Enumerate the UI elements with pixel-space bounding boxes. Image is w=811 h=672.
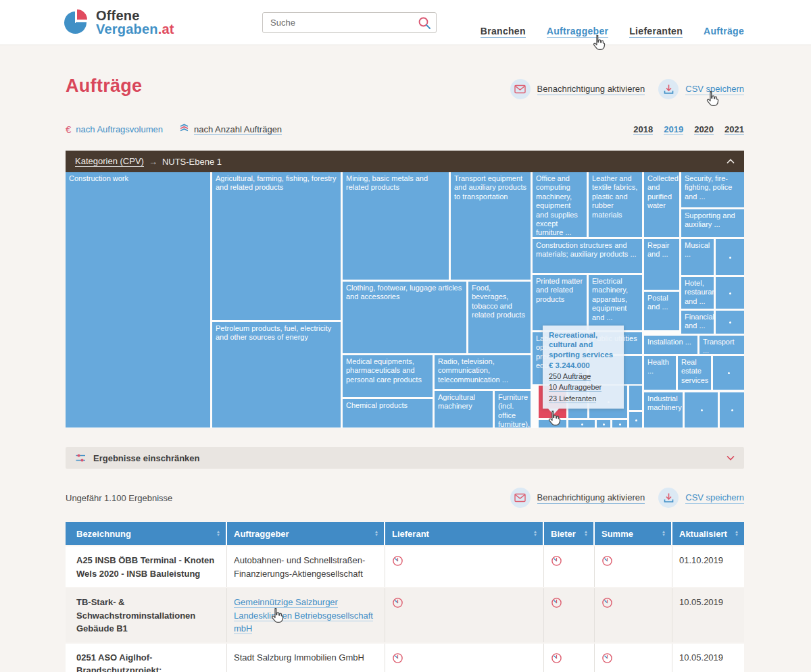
treemap-cell[interactable]: Construction structures and materials; a… [533, 239, 642, 273]
treemap-cell[interactable]: Supporting and auxiliary ... [681, 209, 744, 237]
sort-icon[interactable]: ▲▼ [580, 530, 588, 537]
year-2018[interactable]: 2018 [633, 124, 653, 135]
treemap-cell[interactable] [629, 412, 642, 428]
treemap-cell[interactable]: Transport equipment and auxiliary produc… [451, 172, 531, 280]
envelope-icon [514, 493, 526, 502]
treemap-cell[interactable] [713, 356, 744, 390]
treemap-cell[interactable]: Furniture (incl. office furniture), ... [495, 391, 531, 428]
column-header-aktualisiert[interactable]: Aktualisiert▲▼ [672, 522, 744, 545]
treemap-cell-dot [701, 409, 703, 411]
treemap-panel: Kategorien (CPV) → NUTS-Ebene 1 Industri… [66, 151, 744, 428]
treemap-cell[interactable] [716, 277, 744, 309]
treemap-cell[interactable]: Medical equipments, pharmaceuticals and … [343, 355, 433, 397]
csv-save-button[interactable]: CSV speichern [658, 79, 744, 99]
treemap-cell[interactable] [716, 239, 744, 275]
treemap-cell-label: Chemical products [346, 401, 408, 409]
page-root: Offene Vergaben.at BranchenAuftraggeberL… [0, 0, 811, 672]
treemap-cell[interactable]: Agricultural, farming, fishing, forestry… [212, 172, 341, 320]
column-header-auftraggeber[interactable]: Auftraggeber▲▼ [227, 522, 385, 545]
treemap-cell[interactable] [629, 386, 642, 410]
treemap-cell[interactable] [597, 420, 610, 428]
nav-item-auftraggeber[interactable]: Auftraggeber [547, 26, 609, 38]
treemap-cell[interactable] [568, 420, 595, 428]
treemap-cell-label: Agricultural, farming, fishing, forestry… [216, 174, 337, 191]
treemap-cell[interactable] [685, 392, 718, 428]
page-title: Aufträge [66, 76, 142, 97]
sort-icon[interactable]: ▲▼ [370, 530, 378, 537]
notify-button[interactable]: Benachrichtigung aktivieren [510, 488, 645, 508]
pending-clock-icon [551, 555, 562, 567]
nav-item-lieferanten[interactable]: Lieferanten [629, 26, 683, 38]
treemap-cell[interactable]: Mining, basic metals and related product… [343, 172, 449, 280]
treemap-cell[interactable] [720, 392, 744, 428]
page-actions-bottom: Benachrichtigung aktivierenCSV speichern [510, 488, 744, 508]
treemap-cell[interactable]: Food, beverages, tobacco and related pro… [468, 282, 531, 353]
search-icon[interactable] [417, 16, 432, 30]
sort-icon[interactable]: ▲▼ [731, 530, 739, 537]
auftraggeber-link[interactable]: Gemeinnützige Salzburger Landeskliniken … [234, 597, 373, 634]
treemap-cell-dot [729, 257, 731, 259]
treemap-cell[interactable] [716, 311, 744, 334]
toggle-layers[interactable]: nach Anzahl Aufträgen [179, 124, 282, 135]
treemap-cell[interactable]: Financial and ... [681, 311, 714, 334]
cell-bieter [544, 546, 595, 587]
sort-icon[interactable]: ▲▼ [529, 530, 537, 537]
treemap-cell[interactable]: Hotel, restaurant and ... [681, 277, 714, 309]
cell-bezeichnung[interactable]: 0251 ASO Aiglhof-Brandschutzprojekt; Bau… [66, 644, 227, 672]
tooltip-link[interactable]: 10 Auftraggeber [549, 383, 601, 392]
year-2021[interactable]: 2021 [724, 124, 744, 135]
nav-item-auftrge[interactable]: Aufträge [704, 26, 744, 38]
nav-item-branchen[interactable]: Branchen [481, 26, 526, 38]
treemap-cell[interactable]: Electrical machinery, apparatus, equipme… [589, 275, 642, 330]
treemap-cell-dot [729, 321, 731, 324]
treemap-cell[interactable]: Clothing, footwear, luggage articles and… [343, 282, 466, 353]
tooltip-link[interactable]: 23 Lieferanten [549, 394, 596, 403]
pending-clock-icon [392, 652, 403, 664]
treemap-cell[interactable]: Leather and textile fabrics, plastic and… [589, 172, 642, 237]
year-2019[interactable]: 2019 [664, 124, 683, 135]
column-header-bezeichnung[interactable]: Bezeichnung▲▼ [66, 522, 227, 545]
cell-bezeichnung[interactable]: TB-Stark- & Schwachstrominstallationen G… [66, 588, 227, 642]
treemap-cell[interactable] [539, 420, 566, 428]
treemap-cell[interactable]: Installation ... [644, 336, 697, 354]
treemap-cell[interactable]: Musical ... [681, 239, 714, 275]
treemap-cell[interactable]: Printed matter and related products [533, 275, 587, 330]
treemap-cell-label: Printed matter and related products [536, 277, 583, 303]
year-2020[interactable]: 2020 [694, 124, 714, 135]
treemap-cell[interactable]: Petroleum products, fuel, electricity an… [212, 322, 341, 428]
column-header-summe[interactable]: Summe▲▼ [595, 522, 672, 545]
treemap-cell[interactable]: Industrial machinery [644, 392, 683, 428]
csv-save-button[interactable]: CSV speichern [658, 488, 744, 508]
breadcrumb-cpv[interactable]: Kategorien (CPV) [75, 156, 144, 167]
treemap-cell[interactable]: Chemical products [343, 399, 433, 428]
cell-bezeichnung[interactable]: A25 INSB ÖBB Terminal - Knoten Wels 2020… [66, 546, 227, 587]
tooltip-link[interactable]: 250 Aufträge [549, 372, 591, 381]
treemap-cell[interactable]: Agricultural machinery [435, 391, 493, 428]
treemap-cell[interactable]: Transport ... [699, 336, 744, 354]
treemap-cell[interactable]: Radio, television, communication, teleco… [435, 355, 531, 389]
treemap-collapse-button[interactable] [727, 159, 735, 164]
search-input[interactable] [262, 12, 437, 33]
site-logo[interactable]: Offene Vergaben.at [64, 9, 174, 36]
treemap-cell[interactable]: Health ... [644, 356, 676, 390]
toggle-euro[interactable]: €nach Auftragsvolumen [66, 124, 163, 135]
treemap-cell[interactable]: Repair and ... [644, 239, 679, 290]
treemap-cell[interactable] [612, 420, 627, 428]
treemap-cell[interactable]: Office and computing machinery, equipmen… [533, 172, 587, 237]
treemap-cell[interactable]: Collected and purified water [644, 172, 679, 237]
notify-button[interactable]: Benachrichtigung aktivieren [510, 79, 645, 99]
pending-clock-icon [601, 597, 613, 609]
treemap-cell-label: Hotel, restaurant and ... [685, 279, 714, 305]
treemap-cell[interactable]: Construction work [66, 172, 210, 428]
treemap-cell[interactable]: Real estate services [678, 356, 711, 390]
restrict-results-bar[interactable]: Ergebnisse einschränken [66, 447, 744, 469]
treemap-cell-dot [728, 372, 730, 374]
pending-clock-icon [392, 555, 403, 567]
sort-icon[interactable]: ▲▼ [658, 530, 666, 537]
column-header-lieferant[interactable]: Lieferant▲▼ [385, 522, 544, 545]
column-header-label: Lieferant [392, 529, 429, 539]
column-header-bieter[interactable]: Bieter▲▼ [544, 522, 595, 545]
treemap-cell[interactable]: Postal and ... [644, 292, 679, 330]
treemap-cell[interactable]: Security, fire-fighting, police and ... [681, 172, 744, 207]
sort-icon[interactable]: ▲▼ [212, 530, 220, 537]
